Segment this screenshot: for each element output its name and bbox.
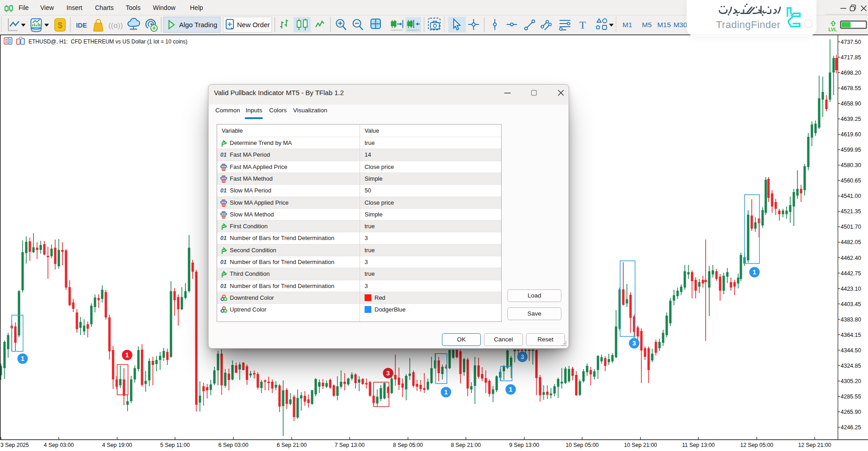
svg-text:01: 01 [220,259,227,265]
svg-text:01: 01 [220,187,227,194]
svg-text:01: 01 [220,235,227,241]
svg-text:01: 01 [220,152,227,158]
svg-text:01: 01 [220,283,227,289]
svg-text:TradingFinder: TradingFinder [716,19,781,30]
svg-text:LVL: LVL [828,27,837,32]
